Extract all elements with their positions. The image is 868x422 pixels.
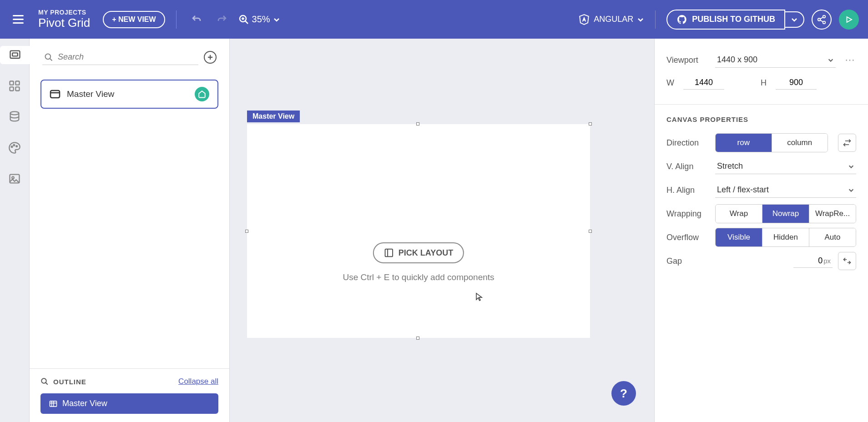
width-input[interactable]: [683, 76, 724, 90]
svg-point-26: [41, 378, 46, 383]
outline-item-master[interactable]: Master View: [40, 393, 218, 414]
layout-icon: [384, 248, 394, 258]
wraprev-button[interactable]: WrapRe...: [809, 205, 856, 223]
swap-direction-button[interactable]: [838, 134, 856, 152]
direction-row-button[interactable]: row: [716, 134, 772, 152]
svg-line-1: [245, 21, 248, 24]
valign-selector[interactable]: Stretch: [715, 159, 856, 174]
wrap-button[interactable]: Wrap: [716, 205, 762, 223]
svg-rect-32: [385, 249, 393, 257]
valign-row: V. Align Stretch: [666, 156, 856, 177]
grid-icon: [49, 399, 58, 408]
publish-github-button[interactable]: PUBLISH TO GITHUB: [666, 10, 785, 30]
rail-data[interactable]: [5, 108, 24, 126]
search-input[interactable]: [58, 52, 197, 62]
svg-rect-14: [10, 87, 14, 90]
direction-column-button[interactable]: column: [772, 134, 828, 152]
main-area: + Master View OUTLINE Collapse all: [0, 39, 868, 422]
image-icon: [8, 172, 21, 185]
home-icon: [198, 90, 206, 98]
framework-selector[interactable]: ANGULAR: [578, 14, 644, 25]
cursor-icon: [475, 292, 483, 301]
nowrap-button[interactable]: Nowrap: [762, 205, 809, 223]
selection-handle-left[interactable]: [245, 230, 248, 233]
svg-point-18: [13, 145, 15, 146]
overflow-row: Overflow Visible Hidden Auto: [666, 227, 856, 248]
halign-row: H. Align Left / flex-start: [666, 180, 856, 201]
halign-selector[interactable]: Left / flex-start: [715, 182, 856, 198]
angular-icon: [578, 14, 590, 25]
gap-split-button[interactable]: [838, 252, 856, 270]
github-icon: [676, 14, 687, 25]
breadcrumb[interactable]: MY PROJECTS: [38, 9, 90, 16]
wrapping-row: Wrapping Wrap Nowrap WrapRe...: [666, 203, 856, 224]
more-options-button[interactable]: ⋯: [845, 54, 856, 66]
gap-input-wrap: px: [793, 254, 833, 268]
window-icon: [50, 90, 61, 99]
chevron-down-icon: [848, 163, 854, 170]
overflow-auto-button[interactable]: Auto: [809, 228, 856, 246]
search-box[interactable]: [42, 50, 198, 65]
selection-handle-top[interactable]: [416, 122, 419, 126]
viewport-value: 1440 x 900: [717, 55, 757, 65]
svg-point-21: [12, 176, 14, 179]
width-label: W: [666, 78, 674, 88]
svg-line-7: [820, 17, 823, 19]
svg-line-8: [820, 20, 823, 22]
selection-handle-bottom[interactable]: [416, 337, 419, 340]
hamburger-icon: [13, 15, 24, 24]
plus-icon: +: [207, 52, 213, 63]
undo-button[interactable]: [187, 10, 206, 29]
pick-layout-button[interactable]: PICK LAYOUT: [373, 242, 464, 263]
direction-label: Direction: [666, 138, 710, 148]
canvas-frame[interactable]: PICK LAYOUT Use Ctrl + E to quickly add …: [247, 124, 590, 338]
publish-dropdown-button[interactable]: [785, 11, 804, 28]
share-button[interactable]: [812, 10, 832, 30]
rail-views[interactable]: [0, 46, 30, 64]
canvas-view-label[interactable]: Master View: [247, 111, 300, 122]
preview-button[interactable]: [839, 10, 859, 30]
new-view-button[interactable]: + NEW VIEW: [103, 11, 165, 28]
chevron-down-icon: [828, 57, 834, 63]
viewport-row: Viewport 1440 x 900 ⋯: [666, 50, 856, 70]
canvas-area[interactable]: Master View PICK LAYOUT Use Ctrl + E to …: [230, 39, 654, 422]
svg-rect-11: [12, 53, 18, 56]
hamburger-menu-button[interactable]: [9, 10, 27, 29]
overflow-visible-button[interactable]: Visible: [716, 228, 762, 246]
overflow-label: Overflow: [666, 233, 710, 242]
viewport-selector[interactable]: 1440 x 900: [715, 52, 836, 68]
add-view-button[interactable]: +: [204, 51, 217, 64]
rail-components[interactable]: [5, 77, 24, 95]
height-input[interactable]: [776, 76, 817, 90]
canvas-hint: Use Ctrl + E to quickly add components: [247, 272, 590, 282]
svg-rect-15: [15, 87, 19, 90]
help-icon: ?: [620, 387, 627, 401]
redo-button[interactable]: [213, 10, 231, 29]
svg-point-6: [823, 21, 826, 23]
view-card-master[interactable]: Master View: [40, 80, 218, 109]
selection-handle-right[interactable]: [589, 230, 592, 233]
tool-rail: [0, 39, 30, 422]
gap-input[interactable]: [795, 256, 823, 266]
svg-rect-24: [50, 90, 60, 98]
outline-item-label: Master View: [62, 399, 107, 408]
zoom-control[interactable]: 35%: [238, 14, 280, 25]
dimensions-row: W H: [666, 76, 856, 90]
svg-line-23: [50, 58, 52, 60]
overflow-hidden-button[interactable]: Hidden: [762, 228, 809, 246]
publish-label: PUBLISH TO GITHUB: [692, 15, 775, 24]
svg-point-5: [818, 18, 821, 21]
search-row: +: [30, 39, 229, 76]
search-icon: [40, 377, 49, 386]
direction-row: Direction row column: [666, 132, 856, 153]
selection-handle-top-right[interactable]: [589, 122, 592, 126]
collapse-all-link[interactable]: Collapse all: [178, 377, 218, 386]
zoom-level: 35%: [252, 14, 270, 25]
svg-line-27: [45, 382, 48, 385]
undo-icon: [191, 14, 202, 25]
gap-unit: px: [823, 257, 831, 265]
rail-assets[interactable]: [5, 170, 24, 188]
rail-theme[interactable]: [5, 139, 24, 157]
help-button[interactable]: ?: [611, 381, 636, 406]
outline-section: OUTLINE Collapse all Master View: [30, 368, 229, 422]
